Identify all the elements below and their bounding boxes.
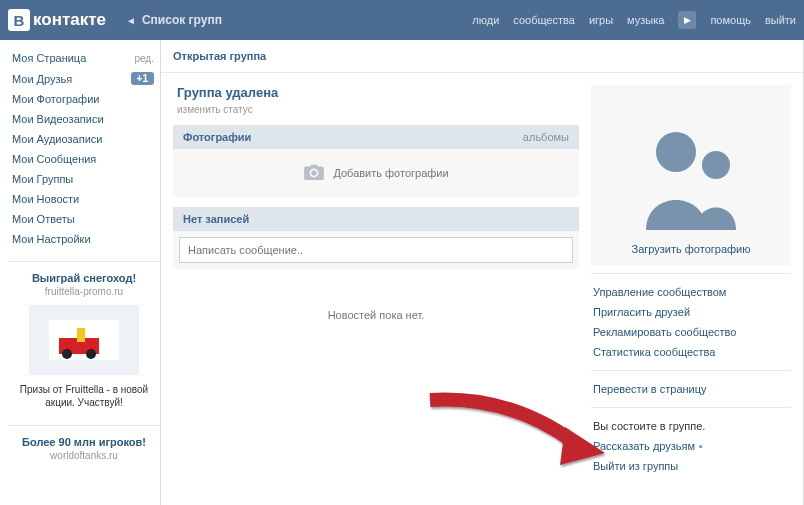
breadcrumb[interactable]: ◄ Список групп bbox=[126, 13, 222, 27]
top-bar: В контакте ◄ Список групп люди сообществ… bbox=[0, 0, 804, 40]
page-title: Открытая группа bbox=[161, 40, 803, 73]
sidebar: Моя Страницаред.Мои Друзья+1Мои Фотограф… bbox=[0, 40, 160, 505]
post-input[interactable] bbox=[179, 237, 573, 263]
leave-group-link[interactable]: Выйти из группы bbox=[593, 456, 789, 476]
sidebar-item-label: Мои Сообщения bbox=[12, 153, 96, 165]
sidebar-item-label: Моя Страница bbox=[12, 52, 86, 64]
sidebar-item[interactable]: Мои Группы bbox=[8, 169, 160, 189]
breadcrumb-label: Список групп bbox=[142, 13, 222, 27]
content: Открытая группа Группа удалена изменить … bbox=[160, 40, 804, 505]
logo-icon: В bbox=[8, 9, 30, 31]
albums-link[interactable]: альбомы bbox=[523, 131, 569, 143]
sidebar-item[interactable]: Мои Сообщения bbox=[8, 149, 160, 169]
svg-point-2 bbox=[62, 349, 72, 359]
ad-domain: worldoftanks.ru bbox=[12, 450, 156, 461]
convert-to-page-link[interactable]: Перевести в страницу bbox=[593, 379, 789, 399]
upload-photo-link[interactable]: Загрузить фотографию bbox=[632, 243, 751, 255]
photos-block: Фотографии альбомы Добавить фотографии bbox=[173, 125, 579, 197]
sidebar-item[interactable]: Мои Новости bbox=[8, 189, 160, 209]
nav-logout[interactable]: выйти bbox=[765, 14, 796, 26]
sidebar-item[interactable]: Мои Видеозаписи bbox=[8, 109, 160, 129]
ad-block[interactable]: Более 90 млн игроков!worldoftanks.ru bbox=[8, 425, 160, 465]
speech-bubble-icon: ▪ bbox=[699, 440, 703, 452]
sidebar-item-label: Мои Видеозаписи bbox=[12, 113, 104, 125]
group-avatar: Загрузить фотографию bbox=[591, 85, 791, 265]
sidebar-item-label: Мои Ответы bbox=[12, 213, 75, 225]
camera-icon bbox=[303, 163, 325, 183]
add-photos-label: Добавить фотографии bbox=[333, 167, 448, 179]
play-icon[interactable]: ▶ bbox=[678, 11, 696, 29]
sidebar-item[interactable]: Мои Фотографии bbox=[8, 89, 160, 109]
nav-help[interactable]: помощь bbox=[710, 14, 751, 26]
nav-communities[interactable]: сообщества bbox=[513, 14, 575, 26]
people-icon bbox=[631, 120, 751, 230]
svg-point-5 bbox=[656, 132, 696, 172]
svg-point-3 bbox=[86, 349, 96, 359]
group-status[interactable]: изменить статус bbox=[177, 104, 579, 115]
ad-block[interactable]: Выиграй снегоход!fruittella-promo.ruПриз… bbox=[8, 261, 160, 413]
no-posts-header: Нет записей bbox=[183, 213, 249, 225]
admin-links: Управление сообществомПригласить друзейР… bbox=[591, 273, 791, 370]
nav-games[interactable]: игры bbox=[589, 14, 613, 26]
admin-link[interactable]: Рекламировать сообщество bbox=[593, 322, 789, 342]
sidebar-item-label: Мои Настройки bbox=[12, 233, 91, 245]
logo-text: контакте bbox=[33, 10, 106, 30]
ad-title: Выиграй снегоход! bbox=[12, 272, 156, 284]
ad-title: Более 90 млн игроков! bbox=[12, 436, 156, 448]
tell-friends-link[interactable]: Рассказать друзьям bbox=[593, 436, 695, 456]
ad-image bbox=[29, 305, 139, 375]
member-status-text: Вы состоите в группе. bbox=[593, 416, 789, 436]
photos-header: Фотографии bbox=[183, 131, 251, 143]
admin-link[interactable]: Управление сообществом bbox=[593, 282, 789, 302]
nav-people[interactable]: люди bbox=[472, 14, 499, 26]
sidebar-item[interactable]: Мои Ответы bbox=[8, 209, 160, 229]
add-photos-button[interactable]: Добавить фотографии bbox=[173, 149, 579, 197]
top-nav: люди сообщества игры музыка ▶ помощь вый… bbox=[472, 11, 796, 29]
edit-badge: ред. bbox=[134, 53, 154, 64]
admin-link[interactable]: Пригласить друзей bbox=[593, 302, 789, 322]
sidebar-item[interactable]: Мои Аудиозаписи bbox=[8, 129, 160, 149]
admin-link[interactable]: Статистика сообщества bbox=[593, 342, 789, 362]
logo[interactable]: В контакте bbox=[8, 9, 106, 31]
chevron-left-icon: ◄ bbox=[126, 15, 136, 26]
sidebar-item-label: Мои Фотографии bbox=[12, 93, 99, 105]
sidebar-item-label: Мои Аудиозаписи bbox=[12, 133, 102, 145]
sidebar-item-label: Мои Друзья bbox=[12, 73, 72, 85]
nav-music[interactable]: музыка bbox=[627, 14, 664, 26]
svg-rect-4 bbox=[77, 328, 85, 342]
svg-point-6 bbox=[702, 151, 730, 179]
sidebar-item-label: Мои Новости bbox=[12, 193, 79, 205]
ad-domain: fruittella-promo.ru bbox=[12, 286, 156, 297]
group-name: Группа удалена bbox=[177, 85, 579, 100]
posts-block: Нет записей bbox=[173, 207, 579, 269]
sidebar-item[interactable]: Моя Страницаред. bbox=[8, 48, 160, 68]
no-news-text: Новостей пока нет. bbox=[173, 279, 579, 351]
sidebar-item[interactable]: Мои Друзья+1 bbox=[8, 68, 160, 89]
counter-badge: +1 bbox=[131, 72, 154, 85]
sidebar-item-label: Мои Группы bbox=[12, 173, 73, 185]
sidebar-item[interactable]: Мои Настройки bbox=[8, 229, 160, 249]
ad-description: Призы от Fruittella - в новой акции. Уча… bbox=[12, 383, 156, 409]
